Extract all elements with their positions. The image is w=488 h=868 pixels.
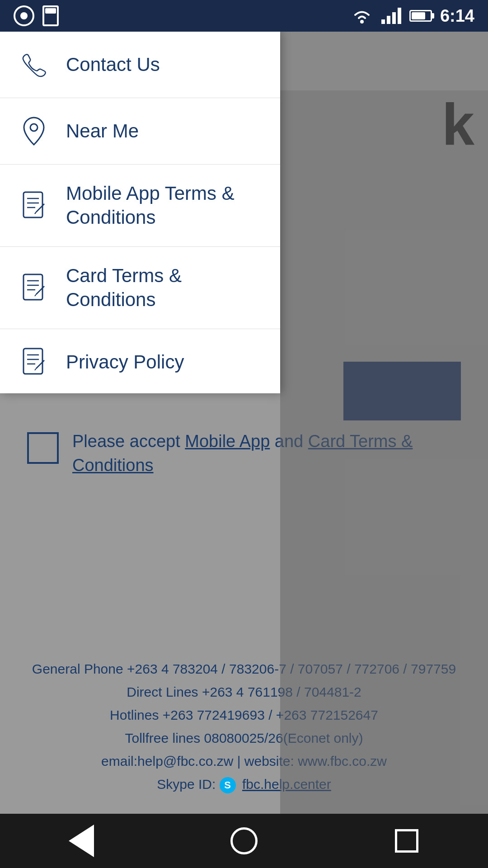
- bottom-nav: [0, 814, 488, 868]
- contact-us-label: Contact Us: [66, 53, 160, 77]
- back-icon: [69, 825, 94, 857]
- status-time: 6:14: [440, 6, 474, 26]
- location-icon: [18, 115, 50, 147]
- battery-icon: [409, 10, 432, 22]
- svg-point-1: [30, 124, 38, 131]
- drawer-item-mobile-app-terms[interactable]: Mobile App Terms & Conditions: [0, 165, 280, 247]
- document-card-icon: [18, 272, 50, 304]
- document-privacy-icon: [18, 346, 50, 378]
- phone-icon: [18, 49, 50, 80]
- drawer-item-privacy-policy[interactable]: Privacy Policy: [0, 329, 280, 395]
- svg-rect-2: [23, 192, 42, 217]
- mobile-app-link[interactable]: Mobile App: [185, 432, 270, 451]
- card-terms-label: Card Terms & Conditions: [66, 264, 262, 311]
- signal-icon: [381, 8, 401, 24]
- svg-line-9: [35, 212, 36, 214]
- wifi-icon: [351, 7, 373, 25]
- status-bar-left: [14, 5, 59, 26]
- sim-icon: [42, 5, 59, 26]
- status-bar: 6:14: [0, 0, 488, 32]
- skype-icon: [220, 777, 236, 793]
- near-me-label: Near Me: [66, 119, 139, 143]
- svg-line-16: [35, 294, 36, 296]
- svg-line-21: [36, 362, 42, 368]
- document-terms-icon: [18, 190, 50, 222]
- drawer-item-contact-us[interactable]: Contact Us: [0, 32, 280, 98]
- svg-line-6: [36, 206, 42, 212]
- camera-icon: [14, 5, 34, 26]
- home-icon: [230, 827, 258, 854]
- svg-point-0: [360, 20, 364, 24]
- drawer-item-near-me[interactable]: Near Me: [0, 98, 280, 165]
- drawer-item-card-terms[interactable]: Card Terms & Conditions: [0, 247, 280, 329]
- drawer-overlay[interactable]: [280, 32, 488, 836]
- navigation-drawer: Contact Us Near Me Mobile: [0, 32, 280, 393]
- accept-terms-checkbox[interactable]: [27, 432, 59, 464]
- back-button[interactable]: [63, 823, 99, 859]
- status-bar-right: 6:14: [351, 6, 474, 26]
- svg-rect-17: [23, 349, 42, 374]
- privacy-policy-label: Privacy Policy: [66, 350, 184, 374]
- svg-rect-10: [23, 274, 42, 300]
- svg-line-23: [35, 368, 36, 370]
- recent-icon: [395, 829, 418, 853]
- home-button[interactable]: [226, 823, 262, 859]
- recent-button[interactable]: [389, 823, 425, 859]
- mobile-app-terms-label: Mobile App Terms & Conditions: [66, 182, 262, 229]
- skype-label: Skype ID:: [157, 777, 216, 792]
- svg-line-14: [36, 288, 42, 294]
